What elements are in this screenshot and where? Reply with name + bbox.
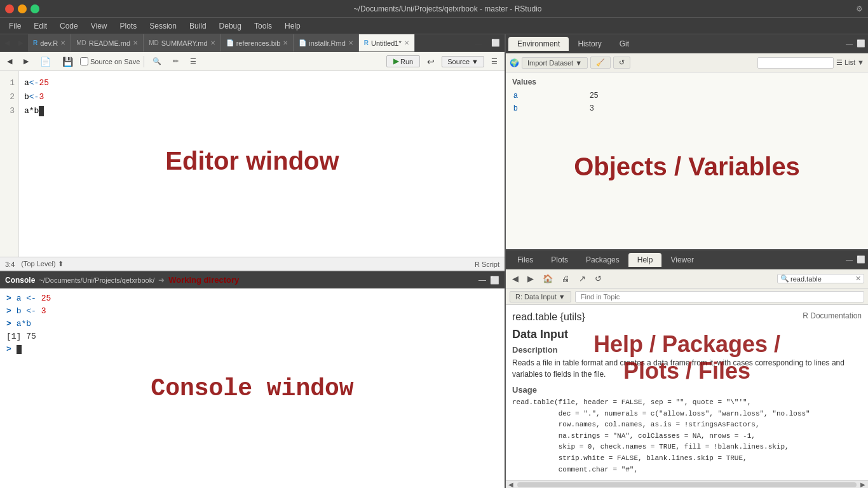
import-dataset-btn[interactable]: Import Dataset ▼ [522,57,588,69]
env-panel-minimize[interactable]: — [846,39,853,48]
menu-debug[interactable]: Debug [213,20,248,32]
run-arrow-icon: ▶ [393,57,398,65]
scroll-right-btn[interactable]: ▶ [858,481,868,488]
editor-section: ◀ ▶ R dev.R ✕ MD README.md ✕ MD [0,34,505,272]
source-label: Source [447,58,470,65]
cursor-level: (Top Level) ⬆ [21,260,63,268]
menu-plots[interactable]: Plots [114,20,144,32]
files-back-btn[interactable]: ◀ [510,273,521,285]
bottom-scrollbar: ◀ ▶ [506,480,868,488]
tab-files[interactable]: Files [508,253,542,267]
env-list-btn[interactable]: ☰ List ▼ [836,58,864,67]
minimize-button[interactable] [18,4,27,13]
help-search-clear-btn[interactable]: ✕ [855,274,861,283]
tab-packages[interactable]: Packages [577,253,628,267]
tab-installr-rmd[interactable]: 📄 installr.Rmd ✕ [294,34,358,52]
files-refresh-btn[interactable]: ↺ [592,273,604,285]
close-button[interactable] [5,4,14,13]
tab-git[interactable]: Git [611,37,638,51]
tab-readme-close[interactable]: ✕ [133,39,138,46]
help-data-input-title: Data Input [512,328,568,341]
tab-references-bib[interactable]: 📄 references.bib ✕ [221,34,294,52]
toolbar-new-file-btn[interactable]: 📄 [36,55,55,69]
editor-content[interactable]: 1 2 3 a <- 25 b <- 3 [0,71,505,257]
help-search-input[interactable] [790,275,854,283]
menu-code[interactable]: Code [53,20,85,32]
tab-dev-r-close[interactable]: ✕ [60,39,65,46]
toolbar-list-btn[interactable]: ☰ [186,55,201,67]
menu-file[interactable]: File [3,20,27,32]
source-on-save-input[interactable] [80,57,88,65]
globe-icon: 🌍 [510,58,519,67]
editor-expand-btn[interactable]: ⬜ [487,37,505,49]
maximize-button[interactable] [31,4,39,13]
toolbar-more-btn[interactable]: ☰ [487,55,502,67]
console-header: Console ~/Documents/Uni/Projects/qetxrbo… [0,272,505,288]
files-panel-minimize[interactable]: — [846,255,853,264]
editor-back-btn[interactable]: ◀ [0,37,14,49]
scroll-thumb[interactable] [517,482,857,487]
tab-untitled1[interactable]: R Untitled1* ✕ [359,34,415,52]
env-broom-btn[interactable]: 🧹 [590,57,611,69]
cursor-position: 3:4 [5,261,15,268]
toolbar-search-btn[interactable]: 🔍 [148,55,166,67]
console-output-val: [1] 75 [6,332,36,341]
window-controls[interactable] [5,4,39,13]
menu-session[interactable]: Session [143,20,183,32]
menu-help[interactable]: Help [278,20,307,32]
title-bar: ~/Documents/Uni/Projects/qetxrbook - mas… [0,0,868,18]
files-external-btn[interactable]: ↗ [576,273,588,285]
code-area[interactable]: a <- 25 b <- 3 a*b [19,71,505,257]
tab-untitled1-label: Untitled1* [371,39,402,47]
tab-summary-md[interactable]: MD SUMMARY.md ✕ [144,34,221,52]
console-content[interactable]: > a <- 25 > b <- 3 > a*b [1] 75 > [0,288,505,488]
run-button[interactable]: ▶ Run [386,55,420,67]
help-usage-label: Usage [512,385,862,395]
line-num-3: 3 [4,104,15,118]
console-maximize-btn[interactable]: ⬜ [490,276,499,285]
tab-environment[interactable]: Environment [508,37,569,51]
env-panel-maximize[interactable]: ⬜ [857,39,865,48]
tab-history[interactable]: History [569,37,610,51]
files-panel-maximize[interactable]: ⬜ [857,255,865,264]
menu-edit[interactable]: Edit [27,20,53,32]
tab-help[interactable]: Help [628,253,662,267]
editor-forward-btn[interactable]: ▶ [14,37,28,49]
menu-build[interactable]: Build [183,20,213,32]
tab-plots[interactable]: Plots [542,253,577,267]
toolbar-forward-btn[interactable]: ▶ [19,55,33,67]
env-var-b-name: b [513,104,590,112]
r-data-dropdown-icon: ▼ [559,293,566,301]
console-minimize-btn[interactable]: — [478,276,486,285]
editor-collapse-btn[interactable]: — [471,37,487,49]
menu-tools[interactable]: Tools [248,20,278,32]
tab-dev-r[interactable]: R dev.R ✕ [28,34,71,52]
tab-installr-close[interactable]: ✕ [348,39,353,46]
tab-summary-close[interactable]: ✕ [210,39,215,46]
env-var-b-value: 3 [590,104,594,112]
env-refresh-btn[interactable]: ↺ [613,57,630,69]
scroll-left-btn[interactable]: ◀ [506,481,516,488]
files-forward-btn[interactable]: ▶ [525,273,536,285]
tab-untitled1-close[interactable]: ✕ [404,39,409,46]
env-search-input[interactable] [757,57,834,69]
files-print-btn[interactable]: 🖨 [559,273,573,285]
toolbar-back-btn[interactable]: ◀ [3,55,17,67]
source-dropdown-icon[interactable]: ▼ [471,58,478,65]
env-tabs: Environment History Git — ⬜ [506,34,868,53]
code-assign-2: <- [29,90,39,104]
line-num-2: 2 [4,90,15,104]
menu-view[interactable]: View [85,20,114,32]
settings-icon[interactable]: ⚙ [856,4,863,13]
toolbar-save-btn[interactable]: 💾 [58,55,78,69]
r-data-input-btn[interactable]: R: Data Input ▼ [510,291,571,302]
source-on-save-checkbox[interactable]: Source on Save [80,57,140,65]
files-home-btn[interactable]: 🏠 [540,273,555,285]
find-in-topic-input[interactable] [575,291,864,302]
tab-viewer[interactable]: Viewer [661,253,702,267]
rerun-button[interactable]: ↩ [423,55,439,69]
tab-references-close[interactable]: ✕ [283,39,288,46]
tab-readme-md[interactable]: MD README.md ✕ [71,34,144,52]
source-button[interactable]: Source ▼ [442,56,484,67]
toolbar-spell-btn[interactable]: ✏ [168,55,183,67]
